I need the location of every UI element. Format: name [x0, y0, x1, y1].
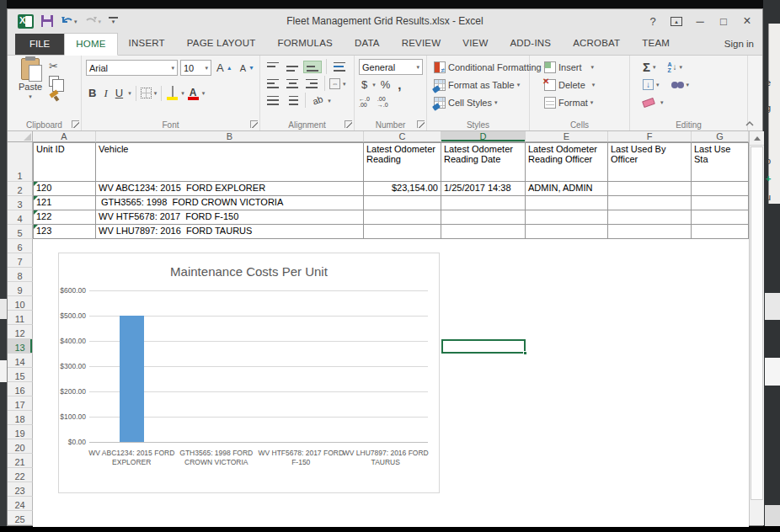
table-cell[interactable]: $23,154.00 — [364, 182, 441, 196]
row-header-5[interactable]: 5 — [8, 225, 33, 239]
row-header-18[interactable]: 18 — [8, 411, 33, 425]
row-header-19[interactable]: 19 — [8, 425, 33, 439]
table-cell[interactable] — [608, 196, 692, 210]
tab-formulas[interactable]: FORMULAS — [266, 33, 344, 55]
tab-acrobat[interactable]: ACROBAT — [562, 33, 631, 55]
table-header-cell[interactable]: Latest Odometer Reading Officer — [526, 142, 608, 182]
row-header-6[interactable]: 6 — [8, 239, 33, 253]
underline-caret-icon[interactable]: ▾ — [128, 90, 131, 96]
tab-insert[interactable]: INSERT — [118, 33, 176, 55]
table-cell[interactable]: GTH3565: 1998 FORD CROWN VICTORIA — [96, 196, 364, 210]
percent-style-button[interactable]: % — [378, 77, 393, 92]
scroll-up-button[interactable] — [750, 131, 764, 146]
font-size-combo[interactable]: 10 ▾ — [180, 60, 211, 76]
copy-icon[interactable] — [49, 76, 59, 87]
table-cell[interactable] — [526, 210, 608, 225]
select-all-corner[interactable] — [8, 131, 33, 142]
row-header-14[interactable]: 14 — [8, 354, 33, 368]
delete-cells-button[interactable]: Delete ▾ — [542, 78, 597, 92]
orientation-button[interactable]: ab — [308, 92, 327, 108]
row-header-3[interactable]: 3 — [8, 196, 33, 210]
top-align-button[interactable] — [264, 61, 281, 72]
middle-align-button[interactable] — [284, 61, 301, 72]
undo-button[interactable]: ▾ — [61, 16, 77, 26]
collapse-ribbon-button[interactable] — [745, 120, 754, 127]
table-header-cell[interactable]: Latest Odometer Reading Date — [441, 142, 526, 182]
underline-button[interactable]: U — [113, 86, 126, 100]
align-left-button[interactable] — [264, 78, 281, 89]
table-cell[interactable] — [364, 225, 441, 239]
table-cell[interactable]: WV HTF5678: 2017 FORD F-150 — [96, 210, 364, 225]
undo-caret-icon[interactable]: ▾ — [74, 19, 77, 24]
minimize-button[interactable]: ─ — [688, 12, 712, 30]
decrease-indent-button[interactable] — [264, 95, 281, 106]
borders-caret-icon[interactable]: ▾ — [154, 90, 158, 96]
table-cell[interactable]: 1/25/2017 14:38 — [441, 182, 526, 196]
format-as-table-button[interactable]: Format as Table ▾ — [431, 78, 522, 92]
table-cell[interactable] — [526, 225, 608, 239]
tab-data[interactable]: DATA — [344, 33, 391, 55]
table-cell[interactable] — [692, 182, 749, 196]
comma-style-button[interactable]: , — [395, 77, 403, 93]
borders-icon[interactable] — [141, 88, 152, 98]
redo-button[interactable]: ▾ — [85, 16, 102, 26]
orientation-caret-icon[interactable]: ▾ — [328, 98, 331, 104]
font-dialog-launcher[interactable] — [250, 120, 258, 128]
tab-team[interactable]: TEAM — [631, 33, 681, 55]
align-right-button[interactable] — [303, 78, 320, 89]
table-cell[interactable] — [364, 210, 441, 225]
cell-styles-button[interactable]: Cell Styles ▾ — [431, 96, 500, 109]
table-cell[interactable]: WV ABC1234: 2015 FORD EXPLORER — [96, 182, 364, 196]
paste-caret-icon[interactable]: ▾ — [29, 93, 32, 99]
insert-cells-button[interactable]: Insert ▾ — [542, 61, 596, 74]
fill-color-caret-icon[interactable]: ▾ — [181, 90, 184, 96]
font-color-button[interactable]: A — [187, 87, 200, 100]
row-header-15[interactable]: 15 — [8, 368, 33, 382]
tab-page-layout[interactable]: PAGE LAYOUT — [176, 33, 267, 55]
sort-filter-button[interactable]: AZ ↓ ▾ — [665, 61, 686, 74]
table-cell[interactable] — [364, 196, 441, 210]
help-button[interactable]: ? — [641, 12, 665, 30]
row-header-7[interactable]: 7 — [8, 253, 33, 268]
maximize-button[interactable]: □ — [712, 12, 735, 30]
row-header-12[interactable]: 12 — [8, 325, 33, 339]
tab-file[interactable]: FILE — [15, 34, 64, 55]
row-header-22[interactable]: 22 — [8, 468, 33, 482]
table-header-cell[interactable]: Latest Odometer Reading — [364, 142, 441, 182]
ribbon-display-options-button[interactable]: ▴ — [665, 12, 688, 30]
merge-center-icon[interactable]: ⇔ — [329, 78, 340, 89]
accounting-caret-icon[interactable]: ▾ — [372, 82, 376, 88]
fill-button[interactable]: ↓▾ — [640, 78, 662, 91]
row-header-8[interactable]: 8 — [8, 268, 33, 282]
table-cell[interactable] — [526, 196, 608, 210]
row-header-24[interactable]: 24 — [8, 497, 33, 511]
table-cell[interactable] — [692, 196, 749, 210]
scrollbar-thumb[interactable] — [751, 146, 763, 500]
active-cell-selection[interactable] — [441, 339, 526, 354]
table-cell[interactable] — [441, 196, 526, 210]
accounting-format-button[interactable]: $ — [359, 77, 370, 92]
row-header-20[interactable]: 20 — [8, 439, 33, 454]
customize-qat-icon[interactable]: ▾ — [109, 17, 118, 25]
table-cell[interactable]: 123 — [33, 225, 96, 239]
number-dialog-launcher[interactable] — [417, 120, 425, 128]
merge-center-caret-icon[interactable]: ▾ — [343, 81, 346, 87]
table-header-cell[interactable]: Vehicle — [96, 142, 364, 182]
align-center-button[interactable] — [284, 78, 301, 89]
table-cell[interactable]: 122 — [33, 210, 96, 225]
find-select-button[interactable]: ▾ — [669, 80, 692, 90]
column-header-E[interactable]: E — [526, 131, 608, 142]
row-header-2[interactable]: 2 — [8, 182, 33, 196]
paste-button[interactable]: Paste ▾ — [12, 58, 49, 115]
save-icon[interactable] — [41, 15, 53, 27]
italic-button[interactable]: I — [101, 86, 110, 101]
table-header-cell[interactable]: Last Used By Officer — [608, 142, 692, 182]
table-cell[interactable] — [441, 210, 526, 225]
table-cell[interactable] — [608, 225, 692, 239]
fill-color-button[interactable] — [166, 87, 179, 100]
column-header-G[interactable]: G — [692, 131, 749, 142]
row-header-1[interactable]: 1 — [8, 142, 33, 182]
tab-home[interactable]: HOME — [64, 33, 117, 56]
bold-button[interactable]: B — [86, 86, 99, 100]
shrink-font-button[interactable]: A▼ — [238, 62, 257, 74]
